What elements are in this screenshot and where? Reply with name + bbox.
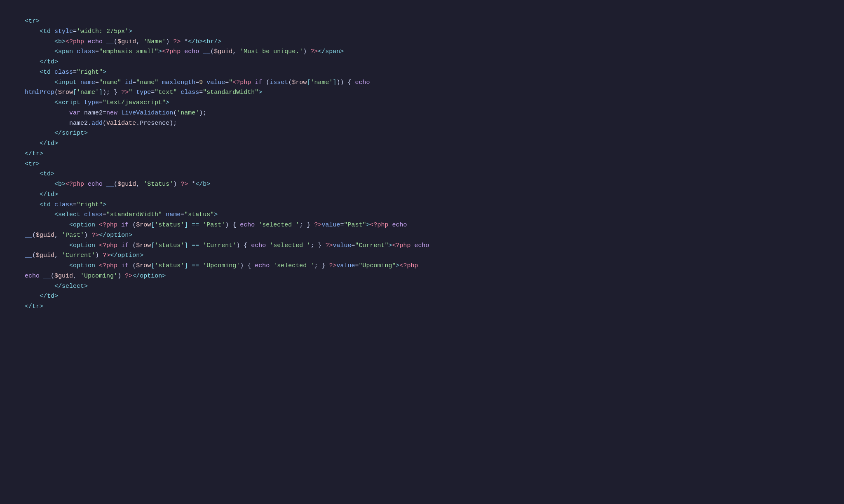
code-editor: <tr> <td style='width: 275px'> <b><?php … xyxy=(0,0,844,504)
code-content: <tr> <td style='width: 275px'> <b><?php … xyxy=(25,16,819,312)
